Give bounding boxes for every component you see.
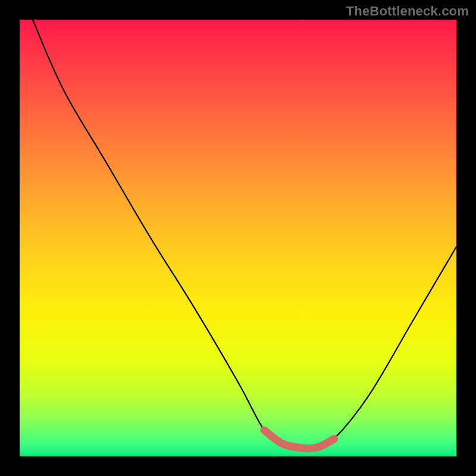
chart-frame: TheBottleneck.com [0,0,476,476]
bottleneck-curve [33,20,456,449]
optimal-range-highlight [264,430,334,449]
watermark-text: TheBottleneck.com [346,4,469,19]
curve-layer [20,20,456,456]
plot-area [20,20,456,456]
